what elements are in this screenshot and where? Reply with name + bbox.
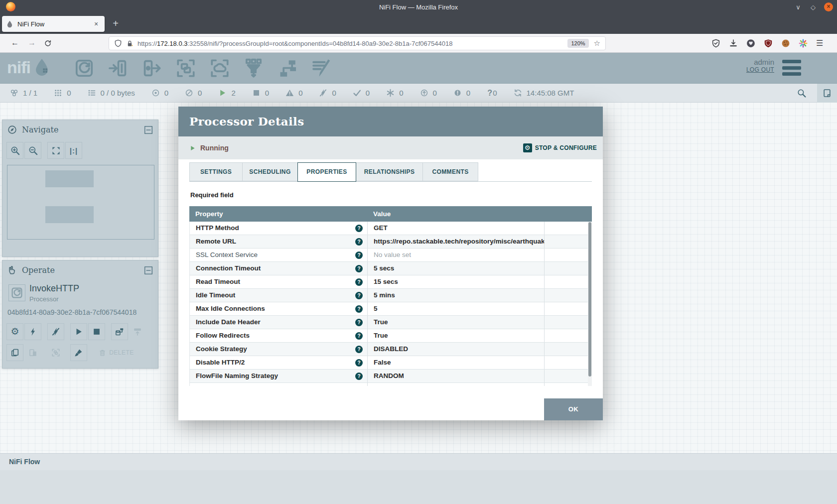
- ok-button[interactable]: OK: [544, 398, 603, 420]
- forward-icon[interactable]: →: [27, 38, 37, 47]
- template-icon[interactable]: [277, 58, 298, 79]
- breadcrumb[interactable]: NiFi Flow: [0, 454, 40, 470]
- bookmark-star-icon[interactable]: ☆: [594, 39, 600, 48]
- upload-template-icon: [133, 327, 142, 336]
- dialog-header: Processor Details: [178, 107, 603, 136]
- help-icon[interactable]: ?: [355, 265, 363, 272]
- ublock-extension-icon[interactable]: [764, 39, 773, 48]
- help-icon[interactable]: ?: [355, 373, 363, 380]
- zoom-level-badge[interactable]: 120%: [567, 39, 588, 48]
- stop-and-configure-button[interactable]: ⚙ STOP & CONFIGURE: [523, 143, 597, 152]
- maximize-icon[interactable]: ◇: [809, 3, 817, 11]
- new-tab-button[interactable]: +: [110, 18, 122, 30]
- input-port-icon[interactable]: [108, 58, 129, 79]
- property-name: HTTP Method: [196, 224, 239, 232]
- table-body: HTTP Method?GETRemote URL?https://repo.s…: [189, 222, 592, 386]
- property-name: Connection Timeout: [196, 264, 261, 272]
- help-icon[interactable]: ?: [355, 278, 363, 286]
- help-icon[interactable]: ?: [355, 319, 363, 326]
- scrollbar-thumb[interactable]: [588, 222, 591, 377]
- help-icon[interactable]: ?: [355, 305, 363, 313]
- tab-relationships[interactable]: RELATIONSHIPS: [356, 162, 423, 181]
- help-icon[interactable]: ?: [355, 346, 363, 353]
- status-stopped: 0: [252, 89, 269, 98]
- extension-masks-icon[interactable]: [746, 39, 755, 48]
- logout-link[interactable]: LOG OUT: [746, 66, 774, 73]
- help-icon[interactable]: ?: [355, 332, 363, 340]
- property-value: https://repo.stackable.tech/repository/m…: [368, 235, 545, 248]
- cookie-extension-icon[interactable]: [781, 39, 790, 48]
- status-value: 0: [198, 89, 202, 97]
- process-group-icon[interactable]: [175, 58, 196, 79]
- property-value: True: [368, 316, 545, 329]
- funnel-icon[interactable]: [243, 58, 264, 79]
- group-button: [47, 344, 64, 361]
- gear-button[interactable]: ⚙: [6, 323, 23, 340]
- property-name: Remote URL: [196, 238, 236, 245]
- nifi-header: nifi admin LOG OUT: [0, 53, 837, 84]
- stop-button[interactable]: [88, 323, 105, 340]
- bolt-slash-button[interactable]: [47, 323, 64, 340]
- status-refresh[interactable]: 14:45:08 GMT: [514, 89, 574, 98]
- help-icon[interactable]: ?: [355, 359, 363, 367]
- zoom-actual-button[interactable]: |:|: [65, 142, 82, 159]
- back-icon[interactable]: ←: [10, 38, 20, 47]
- shield-icon[interactable]: [114, 39, 122, 47]
- collapse-navigate-icon[interactable]: [144, 126, 153, 134]
- zoom-out-button[interactable]: [24, 142, 41, 159]
- help-icon[interactable]: ?: [355, 252, 363, 259]
- property-column-header: Property: [189, 210, 367, 218]
- birdseye-minimap[interactable]: [7, 165, 154, 240]
- tab-properties[interactable]: PROPERTIES: [297, 162, 356, 182]
- flow-status-bar: 1 / 100 / 0 bytes0020000000?014:45:08 GM…: [0, 84, 837, 103]
- property-value: 15 secs: [368, 275, 545, 288]
- tab-scheduling[interactable]: SCHEDULING: [242, 162, 298, 181]
- play-button[interactable]: [70, 323, 87, 340]
- status-value: 2: [231, 89, 235, 97]
- browser-tab[interactable]: NiFi Flow ×: [2, 16, 105, 32]
- minimap-processor-rect: [45, 206, 94, 223]
- group-icon: [51, 348, 60, 357]
- disabled-icon: [319, 89, 327, 97]
- threads-icon: [54, 89, 62, 97]
- remote-process-group-icon[interactable]: [209, 58, 230, 79]
- global-menu-icon[interactable]: [782, 60, 801, 76]
- colorburst-extension-icon[interactable]: [799, 39, 808, 48]
- zoom-fit-button[interactable]: [47, 142, 64, 159]
- reload-icon[interactable]: [44, 39, 52, 47]
- minimize-icon[interactable]: ∨: [794, 3, 802, 11]
- property-name: SSL Context Service: [196, 251, 258, 258]
- save-template-button[interactable]: [111, 323, 128, 340]
- pocket-shield-icon[interactable]: [711, 39, 720, 48]
- property-name: Idle Timeout: [196, 291, 235, 299]
- zoom-in-button[interactable]: [6, 142, 23, 159]
- bolt-button[interactable]: [24, 323, 41, 340]
- status-value: 1 / 1: [23, 89, 37, 97]
- help-icon[interactable]: ?: [355, 292, 363, 299]
- download-icon[interactable]: [729, 39, 738, 48]
- brush-button[interactable]: [70, 344, 87, 361]
- output-port-icon[interactable]: [141, 58, 162, 79]
- property-row: Cookie Strategy?DISABLED: [190, 343, 592, 356]
- close-window-icon[interactable]: ×: [824, 2, 833, 11]
- table-scrollbar[interactable]: [588, 222, 592, 386]
- tab-settings[interactable]: SETTINGS: [189, 162, 243, 181]
- panel-toggle-button[interactable]: [817, 84, 837, 103]
- collapse-operate-icon[interactable]: [144, 266, 153, 275]
- nifi-canvas[interactable]: nifi admin LOG OUT 1 / 100 / 0 bytes0020…: [0, 53, 837, 504]
- screen: NiFi Flow — Mozilla Firefox ∨ ◇ × NiFi F…: [0, 0, 837, 504]
- browser-menu-icon[interactable]: ☰: [816, 39, 825, 48]
- help-icon[interactable]: ?: [355, 225, 363, 232]
- tab-close-icon[interactable]: ×: [92, 20, 101, 28]
- url-input[interactable]: https://172.18.0.3:32558/nifi/?processGr…: [109, 36, 606, 50]
- bolt-slash-icon: [51, 327, 60, 336]
- label-icon[interactable]: [311, 58, 332, 79]
- lock-icon[interactable]: [126, 40, 134, 47]
- operate-panel: Operate InvokeHTTP Processor 04b8fd14-80…: [2, 260, 158, 369]
- property-row: Request Username?No value set: [190, 383, 592, 386]
- copy-button[interactable]: [6, 344, 23, 361]
- help-icon[interactable]: ?: [355, 238, 363, 246]
- search-icon[interactable]: [797, 89, 806, 98]
- processor-icon[interactable]: [74, 58, 95, 79]
- tab-comments[interactable]: COMMENTS: [422, 162, 478, 181]
